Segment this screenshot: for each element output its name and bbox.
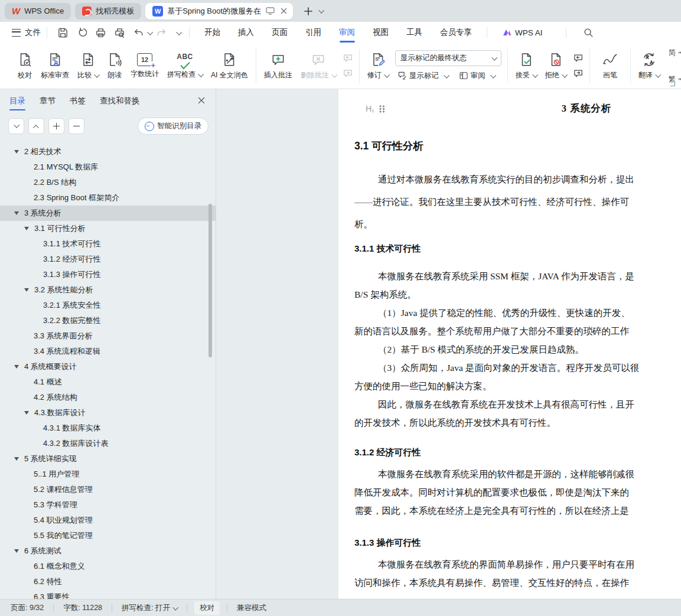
spell-check-button[interactable]: ABC 拼写检查 — [163, 51, 207, 82]
toc-item-selected[interactable]: 3 系统分析 — [0, 206, 216, 221]
markup-state-dropdown[interactable]: 显示标记的最终状态 — [395, 50, 501, 66]
spellcheck-status[interactable]: 拼写检查: 打开 — [119, 603, 180, 613]
tab-docer-templates[interactable]: 找稻壳模板 — [75, 3, 141, 19]
toc-item[interactable]: 3.2.1 系统安全性 — [0, 298, 216, 313]
track-changes-button[interactable]: 修订 — [363, 50, 393, 82]
insert-comment-button[interactable]: 插入批注 — [260, 50, 296, 82]
read-aloud-button[interactable]: 朗读 — [103, 50, 126, 82]
ribbon-collapse-icon[interactable] — [670, 82, 675, 86]
proofread-button[interactable]: 校对 — [13, 50, 37, 82]
toc-item[interactable]: 3.4 系统流程和逻辑 — [0, 344, 216, 359]
menu-home[interactable]: 开始 — [195, 22, 229, 43]
tab-wps-office[interactable]: W WPS Office — [5, 3, 71, 19]
tab-document[interactable]: W 基于Spring Boot的微服务在 — [145, 3, 293, 19]
collapse-arrow-icon[interactable] — [24, 227, 29, 230]
collapse-arrow-icon[interactable] — [14, 457, 19, 461]
save-button[interactable] — [55, 25, 70, 40]
reject-button[interactable]: 拒绝 — [541, 50, 571, 82]
smart-toc-button[interactable]: 智能识别目录 — [138, 118, 208, 135]
menu-view[interactable]: 视图 — [364, 22, 397, 43]
redo-button[interactable] — [154, 25, 169, 40]
toc-item[interactable]: 5..1 用户管理 — [0, 467, 216, 482]
tab-chapters[interactable]: 章节 — [40, 89, 56, 113]
toc-item[interactable]: 5.3 学科管理 — [0, 497, 216, 513]
toc-item[interactable]: 2.1 MYSQL 数据库 — [0, 159, 216, 175]
menu-insert[interactable]: 插入 — [229, 22, 263, 43]
quickbar-chevron-icon[interactable] — [176, 29, 182, 35]
document-canvas[interactable]: H₁ 3 系统分析 3.1 可行性分析 通过对本微服务在线教育系统实行的目的初步… — [217, 89, 681, 599]
tab-bookmarks[interactable]: 书签 — [70, 89, 86, 113]
show-markup-button[interactable]: 显示标记 — [395, 70, 451, 82]
toc-item[interactable]: 3.1.1 技术可行性 — [0, 236, 216, 252]
toc-item[interactable]: 5.5 我的笔记管理 — [0, 528, 216, 543]
toc-item[interactable]: 3.1.2 经济可行性 — [0, 252, 216, 267]
menu-tools[interactable]: 工具 — [397, 22, 431, 43]
menu-review[interactable]: 审阅 — [330, 22, 364, 43]
compatibility-mode-label[interactable]: 兼容模式 — [234, 603, 269, 613]
undo-chevron-icon[interactable] — [147, 29, 153, 35]
accept-button[interactable]: 接受 — [511, 50, 541, 82]
toc-item[interactable]: 6.1 概念和意义 — [0, 559, 216, 574]
menu-reference[interactable]: 引用 — [296, 22, 330, 43]
drag-handle-icon[interactable] — [379, 105, 385, 113]
toc-item[interactable]: 3.2 系统性能分析 — [0, 282, 216, 298]
zoom-out-toc-button[interactable] — [69, 118, 84, 134]
toc-item[interactable]: 3.3 系统界面分析 — [0, 328, 216, 344]
print-preview-button[interactable] — [112, 25, 127, 40]
collapse-arrow-icon[interactable] — [14, 365, 19, 369]
toc-item[interactable]: 6.3 重要性 — [0, 589, 216, 599]
print-button[interactable] — [93, 25, 108, 40]
screen-mode-icon[interactable] — [265, 6, 275, 16]
toc-item[interactable]: 3.1.3 操作可行性 — [0, 267, 216, 282]
collapse-arrow-icon[interactable] — [14, 549, 19, 553]
toc-item[interactable]: 3.1 可行性分析 — [0, 221, 216, 236]
new-tab-button[interactable] — [301, 4, 316, 19]
toc-item[interactable]: 6 系统测试 — [0, 543, 216, 559]
to-simplified-button[interactable]: 繁 转简 — [666, 68, 681, 90]
word-count-indicator[interactable]: 字数: 11228 — [61, 603, 105, 613]
undo-button[interactable] — [131, 25, 146, 40]
menu-page[interactable]: 页面 — [263, 22, 296, 43]
ai-polish-button[interactable]: AI 全文润色 — [207, 50, 252, 82]
toc-item[interactable]: 5.2 课程信息管理 — [0, 482, 216, 497]
proofread-status-button[interactable]: 校对 — [194, 601, 220, 615]
standard-review-button[interactable]: 标准审查 — [37, 50, 73, 82]
brush-button[interactable]: 画笔 — [594, 50, 627, 82]
close-tab-icon[interactable] — [279, 6, 288, 16]
next-change-button[interactable] — [572, 67, 585, 80]
hamburger-icon[interactable] — [12, 29, 21, 37]
collapse-arrow-icon[interactable] — [14, 211, 19, 215]
to-traditional-button[interactable]: 简 转繁 — [666, 41, 681, 64]
export-pdf-button[interactable] — [74, 25, 89, 40]
toc-item[interactable]: 2.2 B/S 结构 — [0, 175, 216, 190]
toc-item[interactable]: 6.2 特性 — [0, 574, 216, 589]
expand-all-button[interactable] — [8, 118, 24, 134]
sidebar-scrollbar[interactable] — [208, 204, 212, 357]
word-count-button[interactable]: 12 + 字数统计 — [126, 51, 163, 81]
compare-button[interactable]: 比较 — [73, 50, 103, 82]
search-icon[interactable] — [581, 25, 596, 40]
next-comment-button[interactable] — [341, 67, 354, 80]
tab-list-chevron-icon[interactable] — [318, 8, 324, 14]
collapse-arrow-icon[interactable] — [14, 150, 19, 154]
menu-wps-ai[interactable]: WPS AI — [493, 22, 552, 43]
translate-button[interactable]: 翻译 — [634, 50, 664, 82]
toc-item[interactable]: 4.2 系统结构 — [0, 390, 216, 405]
toc-item[interactable]: 5.4 职业规划管理 — [0, 513, 216, 528]
close-sidebar-icon[interactable] — [198, 97, 205, 106]
menu-member[interactable]: 会员专享 — [431, 22, 481, 43]
tab-contents[interactable]: 目录 — [9, 89, 25, 113]
toc-item[interactable]: 4 系统概要设计 — [0, 359, 216, 374]
toc-item[interactable]: 2.3 Spring Boot 框架简介 — [0, 190, 216, 206]
review-pane-button[interactable]: 审阅 — [457, 70, 497, 82]
menu-file[interactable]: 文件 — [25, 27, 41, 38]
tab-find-replace[interactable]: 查找和替换 — [100, 89, 140, 113]
toc-item[interactable]: 4.3.1 数据库实体 — [0, 421, 216, 436]
collapse-arrow-icon[interactable] — [24, 411, 29, 415]
toc-item[interactable]: 3.2.2 数据完整性 — [0, 313, 216, 328]
document-page[interactable]: H₁ 3 系统分析 3.1 可行性分析 通过对本微服务在线教育系统实行的目的初步… — [338, 89, 681, 599]
collapse-arrow-icon[interactable] — [24, 288, 29, 292]
zoom-in-toc-button[interactable] — [48, 118, 64, 134]
previous-change-button[interactable] — [572, 52, 585, 65]
page-indicator[interactable]: 页面: 9/32 — [8, 603, 46, 613]
